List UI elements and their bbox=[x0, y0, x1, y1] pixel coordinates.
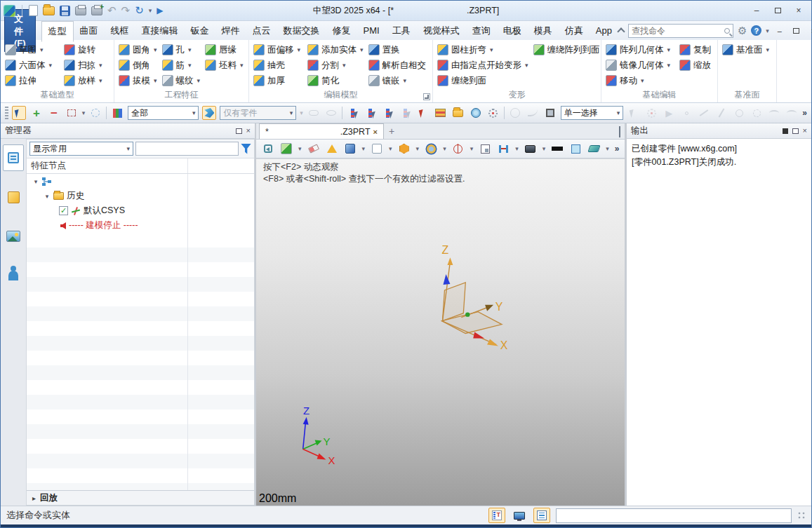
resize-grip[interactable] bbox=[797, 511, 806, 520]
viewport-canvas[interactable]: 按下<F2> 动态观察 <F8> 或者<Shift-roll> 查找下一个有效的… bbox=[256, 158, 625, 506]
ribbon-button-inlay[interactable]: 镶嵌▾ bbox=[367, 73, 430, 88]
shaded-view-icon[interactable] bbox=[344, 142, 357, 155]
pick-last-icon[interactable] bbox=[416, 106, 430, 120]
ribbon-button-scale[interactable]: 缩放 bbox=[678, 57, 714, 73]
background-color-icon[interactable] bbox=[551, 142, 564, 155]
layer-manager-icon[interactable] bbox=[280, 142, 293, 155]
dialog-launcher-icon[interactable] bbox=[423, 93, 430, 100]
cursor-settings-icon[interactable] bbox=[644, 106, 658, 120]
new-file-icon[interactable] bbox=[29, 5, 38, 16]
prompt-list-toggle[interactable] bbox=[533, 508, 550, 523]
dropdown-icon[interactable]: ▾ bbox=[99, 77, 102, 84]
dropdown-icon[interactable]: ▾ bbox=[766, 46, 770, 53]
tab-close-icon[interactable]: × bbox=[373, 128, 378, 136]
pick-mode-select[interactable]: 单一选择▾ bbox=[561, 106, 623, 120]
tab-tools[interactable]: 工具 bbox=[386, 21, 417, 41]
ribbon-button-replace[interactable]: 置换 bbox=[367, 42, 430, 57]
minimize-button[interactable]: – bbox=[747, 4, 766, 18]
ribbon-button-hole[interactable]: 孔▾ bbox=[161, 42, 204, 57]
tab-electrode[interactable]: 电极 bbox=[497, 21, 528, 41]
dropdown-icon[interactable]: ▾ bbox=[490, 46, 493, 53]
add-selection-icon[interactable]: + bbox=[29, 106, 44, 120]
maximize-button[interactable] bbox=[768, 4, 787, 18]
ribbon-button-rib[interactable]: 筋▾ bbox=[161, 57, 204, 73]
tree-root-node[interactable]: ▾ bbox=[27, 174, 254, 189]
ribbon-button-sweep[interactable]: 扫掠▾ bbox=[62, 57, 106, 73]
erase-icon[interactable] bbox=[307, 142, 320, 155]
tab-shape[interactable]: 造型 bbox=[41, 21, 74, 42]
spline-tool-icon[interactable] bbox=[767, 106, 781, 120]
ribbon-button-sketch[interactable]: 草图▾ bbox=[4, 42, 62, 57]
face-display-icon[interactable] bbox=[587, 142, 600, 155]
dropdown-icon[interactable]: ▾ bbox=[188, 62, 192, 69]
wireframe-dropdown-icon[interactable]: ▾ bbox=[389, 145, 392, 152]
line-tool-2-icon[interactable] bbox=[714, 106, 728, 120]
ribbon-button-wrap-to-face[interactable]: 缠绕到面 bbox=[436, 73, 532, 88]
dropdown-icon[interactable]: ▾ bbox=[49, 62, 53, 69]
settings-gear-icon[interactable]: ⚙ bbox=[738, 25, 747, 36]
canvas-color-icon[interactable] bbox=[569, 142, 582, 155]
expand-icon[interactable]: ▾ bbox=[32, 178, 39, 185]
display-filter-select[interactable]: 显示常用▾ bbox=[29, 142, 133, 156]
tab-list-button[interactable] bbox=[619, 126, 620, 136]
tab-data-exchange[interactable]: 数据交换 bbox=[277, 21, 326, 41]
pick-filter-2-icon[interactable] bbox=[364, 106, 378, 120]
ribbon-button-divide[interactable]: 分割▾ bbox=[306, 57, 367, 73]
manager-tab-role[interactable] bbox=[3, 262, 24, 289]
print-icon[interactable] bbox=[75, 6, 86, 15]
shaded-view-dropdown-icon[interactable]: ▾ bbox=[362, 145, 366, 152]
tree-modeling-stop-node[interactable]: ----- 建模停止 ----- bbox=[27, 218, 254, 233]
tab-visual-style[interactable]: 视觉样式 bbox=[417, 21, 466, 41]
frame-display-icon[interactable] bbox=[543, 106, 557, 120]
open-file-icon[interactable] bbox=[43, 6, 55, 15]
tab-wireframe[interactable]: 线框 bbox=[105, 21, 135, 41]
dropdown-icon[interactable]: ▾ bbox=[360, 46, 364, 53]
pick-filter-1-icon[interactable] bbox=[346, 106, 360, 120]
play-macro-icon[interactable]: ▶ bbox=[157, 6, 163, 15]
display-dropdown-icon[interactable]: ▾ bbox=[543, 145, 546, 152]
manager-close-button[interactable]: × bbox=[246, 127, 251, 135]
filter-funnel-icon[interactable] bbox=[241, 144, 251, 154]
face-display-dropdown-icon[interactable]: ▾ bbox=[606, 145, 609, 152]
toolbar-grip[interactable] bbox=[5, 107, 8, 119]
entity-filter-select[interactable]: 全部▾ bbox=[128, 106, 199, 120]
target-dropdown-icon[interactable]: ▾ bbox=[470, 145, 474, 152]
ribbon-button-chamfer[interactable]: 倒角 bbox=[117, 57, 161, 73]
ribbon-button-datum-plane[interactable]: 基准面▾ bbox=[721, 42, 773, 57]
ribbon-button-mirror-geometry[interactable]: 镜像几何体▾ bbox=[604, 57, 678, 73]
tree-column-header[interactable]: 特征节点 bbox=[27, 158, 254, 174]
manager-float-button[interactable] bbox=[236, 128, 242, 134]
ribbon-button-move[interactable]: 移动▾ bbox=[604, 73, 678, 88]
ribbon-button-copy[interactable]: 复制 bbox=[678, 42, 714, 57]
point-tool-icon[interactable] bbox=[679, 106, 693, 120]
section-view-icon[interactable] bbox=[425, 142, 437, 155]
marquee-dropdown-icon[interactable]: ▾ bbox=[82, 109, 86, 116]
layer-dropdown-icon[interactable]: ▾ bbox=[298, 145, 302, 152]
tree-search-input[interactable] bbox=[135, 142, 239, 156]
ribbon-button-pattern-geometry[interactable]: 阵列几何体▾ bbox=[604, 42, 678, 57]
target-point-icon[interactable] bbox=[452, 142, 465, 155]
replay-play-icon[interactable]: ▶ bbox=[662, 106, 676, 120]
dropdown-icon[interactable]: ▾ bbox=[188, 46, 192, 53]
ribbon-button-simplify[interactable]: 简化 bbox=[306, 73, 367, 88]
measure-dropdown-icon[interactable]: ▾ bbox=[515, 145, 519, 152]
dropdown-icon[interactable]: ▾ bbox=[404, 77, 407, 84]
dropdown-icon[interactable]: ▾ bbox=[342, 62, 346, 69]
dropdown-icon[interactable]: ▾ bbox=[154, 46, 157, 53]
chain-region-icon[interactable] bbox=[324, 106, 338, 120]
render-mode-dropdown-icon[interactable]: ▾ bbox=[416, 145, 420, 152]
app-logo-icon[interactable] bbox=[4, 5, 15, 17]
csys-checkbox[interactable]: ✓ bbox=[59, 206, 68, 215]
tree-history-node[interactable]: ▾ 历史 bbox=[27, 189, 254, 203]
ribbon-button-shell[interactable]: 抽壳 bbox=[252, 57, 306, 73]
output-log[interactable]: 已创建零件 [www.x6g.com] [零件001.Z3PRT]关闭成功. bbox=[627, 139, 811, 506]
tab-mold[interactable]: 模具 bbox=[528, 21, 559, 41]
undo-icon[interactable]: ↶ bbox=[107, 4, 117, 17]
dropdown-icon[interactable]: ▾ bbox=[40, 46, 44, 53]
ribbon-button-extrude[interactable]: 拉伸 bbox=[4, 73, 62, 88]
pick-all-visible-icon[interactable] bbox=[469, 106, 483, 120]
pick-from-folder-icon[interactable] bbox=[451, 106, 465, 120]
status-command-input[interactable] bbox=[556, 508, 792, 523]
circle-tool-icon[interactable] bbox=[750, 106, 764, 120]
replay-expand-icon[interactable]: ▸ bbox=[32, 494, 36, 502]
